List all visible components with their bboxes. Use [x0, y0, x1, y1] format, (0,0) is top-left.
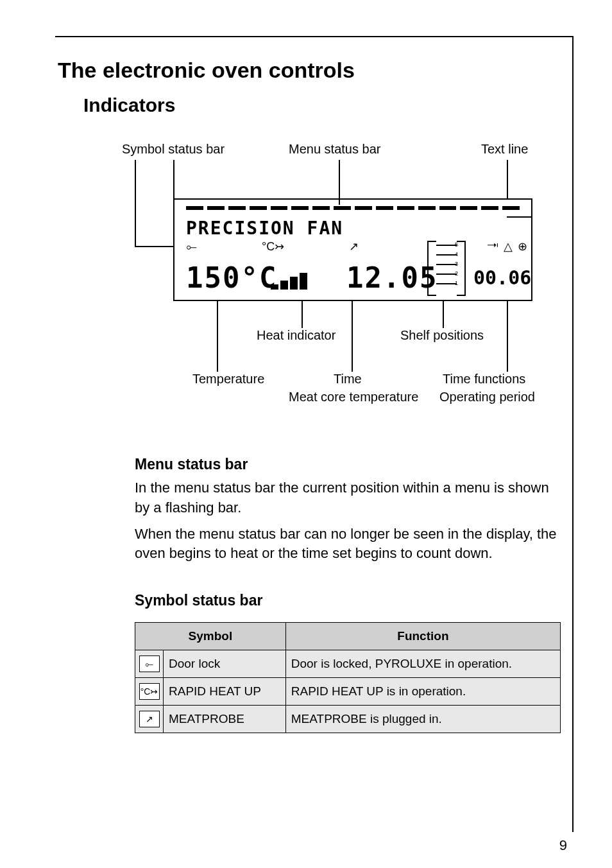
connector-line — [507, 301, 508, 372]
display-temperature: 150°C — [186, 261, 277, 294]
connector-line — [443, 301, 444, 328]
label-menu-status-bar: Menu status bar — [289, 142, 380, 157]
display-diagram: Symbol status bar Menu status bar Text l… — [83, 142, 561, 428]
label-time-functions: Time functions — [443, 372, 525, 386]
heading-symbol-status-bar: Symbol status bar — [135, 592, 561, 609]
oven-display: PRECISION FAN ⟜ °C↣ ↗ 150°C 12.05 5 4 3 … — [173, 198, 532, 301]
symbol-function: Door is locked, PYROLUXE in operation. — [285, 650, 560, 678]
symbol-name: Door lock — [164, 650, 286, 678]
body-text: Menu status bar In the menu status bar t… — [135, 456, 561, 733]
connector-line — [217, 301, 218, 372]
symbol-name: MEATPROBE — [164, 706, 286, 733]
display-mode-text: PRECISION FAN — [186, 218, 343, 239]
label-temperature: Temperature — [192, 372, 264, 386]
bell-icon: △ — [504, 239, 513, 254]
table-header-function: Function — [285, 623, 560, 650]
label-symbol-status-bar: Symbol status bar — [122, 142, 225, 157]
connector-line — [302, 301, 303, 328]
end-time-icon: ⭲ — [487, 239, 498, 254]
page-title: The electronic oven controls — [58, 58, 561, 83]
connector-line — [173, 160, 174, 198]
door-lock-icon: ⟜ — [139, 655, 160, 672]
label-heat-indicator: Heat indicator — [257, 328, 336, 343]
symbol-status-row: ⟜ °C↣ ↗ — [186, 239, 384, 254]
shelf-position-indicator: 5 4 3 2 1 — [427, 241, 466, 296]
heat-indicator-bars — [271, 273, 307, 290]
time-functions-area: ⭲ △ ⊕ 00.06 — [473, 239, 527, 297]
paragraph: When the menu status bar can no longer b… — [135, 525, 561, 564]
symbol-function: RAPID HEAT UP is in operation. — [285, 678, 560, 706]
rapid-heat-icon: °C↣ — [139, 683, 160, 700]
section-title: Indicators — [83, 94, 561, 116]
clock-icon: ⊕ — [518, 239, 527, 254]
label-time: Time — [334, 372, 362, 386]
table-header-symbol: Symbol — [135, 623, 286, 650]
display-operating-period: 00.06 — [473, 266, 527, 289]
symbol-name: RAPID HEAT UP — [164, 678, 286, 706]
symbol-function: MEATPROBE is plugged in. — [285, 706, 560, 733]
connector-line — [507, 160, 508, 198]
connector-line — [135, 246, 173, 247]
label-operating-period: Operating period — [439, 390, 535, 404]
label-meat-core-temperature: Meat core temperature — [289, 390, 418, 404]
table-row: °C↣ RAPID HEAT UP RAPID HEAT UP is in op… — [135, 678, 561, 706]
table-row: ⟜ Door lock Door is locked, PYROLUXE in … — [135, 650, 561, 678]
display-clock: 12.05 — [346, 261, 438, 294]
rapid-heat-icon: °C↣ — [262, 239, 284, 254]
table-row: ↗ MEATPROBE MEATPROBE is plugged in. — [135, 706, 561, 733]
meatprobe-icon: ↗ — [139, 711, 160, 727]
label-text-line: Text line — [481, 142, 528, 157]
connector-line — [352, 301, 353, 372]
heading-menu-status-bar: Menu status bar — [135, 456, 561, 473]
meatprobe-icon: ↗ — [349, 239, 359, 254]
menu-status-bar-segments — [186, 206, 520, 214]
door-lock-icon: ⟜ — [186, 240, 197, 254]
label-shelf-positions: Shelf positions — [400, 328, 484, 343]
page-number: 9 — [559, 837, 567, 854]
connector-line — [135, 160, 136, 247]
symbol-table: Symbol Function ⟜ Door lock Door is lock… — [135, 622, 561, 733]
paragraph: In the menu status bar the current posit… — [135, 478, 561, 518]
page-content: The electronic oven controls Indicators … — [58, 58, 561, 733]
